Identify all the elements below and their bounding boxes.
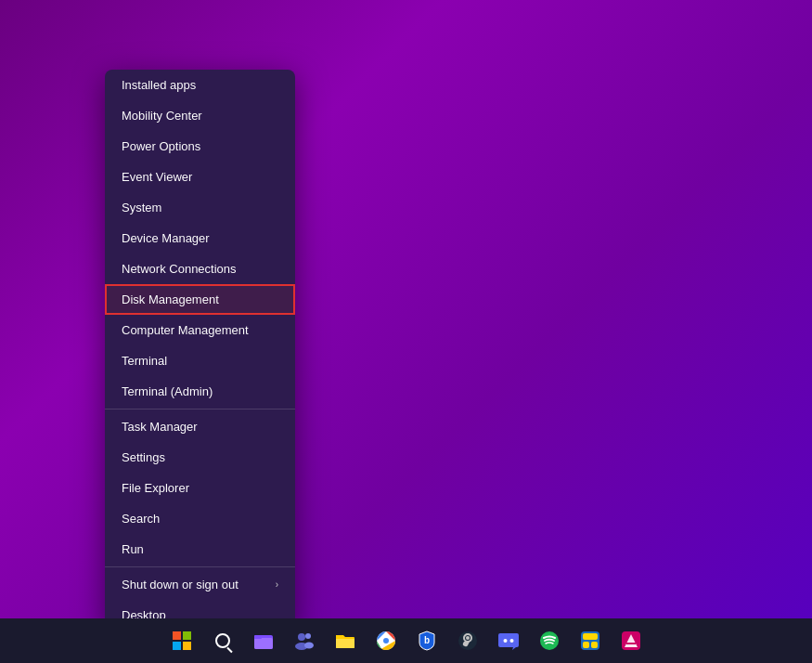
svg-point-9	[383, 638, 389, 644]
svg-point-6	[304, 643, 314, 649]
taskbar-app1-button[interactable]	[572, 622, 609, 659]
svg-point-14	[503, 639, 507, 643]
menu-item-label: Installed apps	[122, 78, 196, 92]
menu-item-event-viewer[interactable]: Event Viewer	[105, 162, 295, 192]
taskbar-spotify-button[interactable]	[531, 622, 568, 659]
menu-item-installed-apps[interactable]: Installed apps	[105, 70, 295, 100]
bitwarden-icon: b	[419, 630, 435, 651]
svg-rect-1	[254, 638, 273, 649]
menu-item-power-options[interactable]: Power Options	[105, 131, 295, 162]
menu-item-label: Computer Management	[122, 323, 249, 337]
chrome-icon	[376, 630, 396, 651]
menu-item-label: Mobility Center	[122, 109, 202, 123]
menu-item-label: File Explorer	[122, 481, 189, 495]
filemanager-icon	[253, 630, 274, 651]
taskbar-teams-button[interactable]	[286, 622, 323, 659]
menu-item-label: Disk Management	[122, 292, 219, 306]
menu-item-terminal-admin[interactable]: Terminal (Admin)	[105, 376, 295, 407]
taskbar-chrome-button[interactable]	[367, 622, 405, 659]
teams-icon	[294, 630, 315, 651]
menu-divider	[105, 566, 295, 567]
menu-item-label: Search	[122, 512, 160, 526]
app2-icon	[621, 630, 641, 651]
discord-icon	[497, 631, 520, 650]
menu-item-run[interactable]: Run	[105, 534, 295, 565]
menu-item-label: Terminal	[122, 354, 167, 368]
menu-item-label: Shut down or sign out	[122, 578, 238, 592]
svg-rect-20	[591, 642, 598, 648]
steam-icon	[458, 630, 478, 651]
menu-item-label: Network Connections	[122, 262, 237, 276]
context-menu: Installed appsMobility CenterPower Optio…	[105, 70, 295, 630]
svg-rect-18	[583, 633, 598, 640]
menu-item-label: Run	[122, 542, 144, 556]
taskbar-steam-button[interactable]	[449, 622, 486, 659]
svg-point-13	[466, 636, 470, 640]
menu-divider	[105, 409, 295, 410]
svg-text:b: b	[423, 635, 429, 645]
menu-item-shut-down[interactable]: Shut down or sign out›	[105, 569, 295, 600]
menu-item-label: Device Manager	[122, 231, 210, 245]
taskbar-bitwarden-button[interactable]: b	[408, 622, 445, 659]
svg-point-16	[540, 631, 559, 650]
svg-rect-2	[254, 635, 262, 639]
menu-item-device-manager[interactable]: Device Manager	[105, 223, 295, 254]
taskbar-folder-button[interactable]	[327, 622, 364, 659]
menu-item-label: Power Options	[122, 139, 200, 153]
menu-item-label: Terminal (Admin)	[122, 384, 213, 398]
spotify-icon	[539, 630, 560, 651]
windows-logo-icon	[173, 631, 191, 650]
menu-item-computer-management[interactable]: Computer Management	[105, 315, 295, 345]
menu-item-file-explorer[interactable]: File Explorer	[105, 473, 295, 503]
start-button[interactable]	[163, 622, 200, 659]
taskbar-filemanager-button[interactable]	[245, 622, 282, 659]
svg-point-3	[298, 633, 305, 641]
menu-item-terminal[interactable]: Terminal	[105, 345, 295, 376]
menu-item-task-manager[interactable]: Task Manager	[105, 411, 295, 442]
app1-icon	[580, 630, 600, 651]
menu-item-disk-management[interactable]: Disk Management	[105, 284, 295, 315]
taskbar-search-button[interactable]	[204, 622, 241, 659]
submenu-arrow-icon: ›	[276, 579, 278, 590]
menu-item-label: Settings	[122, 450, 165, 464]
search-icon	[215, 633, 230, 648]
taskbar: b	[0, 618, 812, 663]
menu-item-settings[interactable]: Settings	[105, 442, 295, 473]
svg-rect-19	[583, 642, 589, 648]
menu-item-mobility-center[interactable]: Mobility Center	[105, 100, 295, 131]
svg-point-15	[509, 639, 513, 643]
menu-item-system[interactable]: System	[105, 192, 295, 223]
menu-item-search[interactable]: Search	[105, 503, 295, 534]
menu-item-network-connections[interactable]: Network Connections	[105, 254, 295, 284]
svg-point-4	[305, 633, 311, 639]
taskbar-app2-button[interactable]	[612, 622, 650, 659]
menu-item-label: Task Manager	[122, 420, 198, 434]
menu-item-label: Event Viewer	[122, 170, 192, 184]
taskbar-discord-button[interactable]	[490, 622, 527, 659]
menu-item-label: System	[122, 201, 161, 214]
folder-icon	[334, 631, 356, 650]
